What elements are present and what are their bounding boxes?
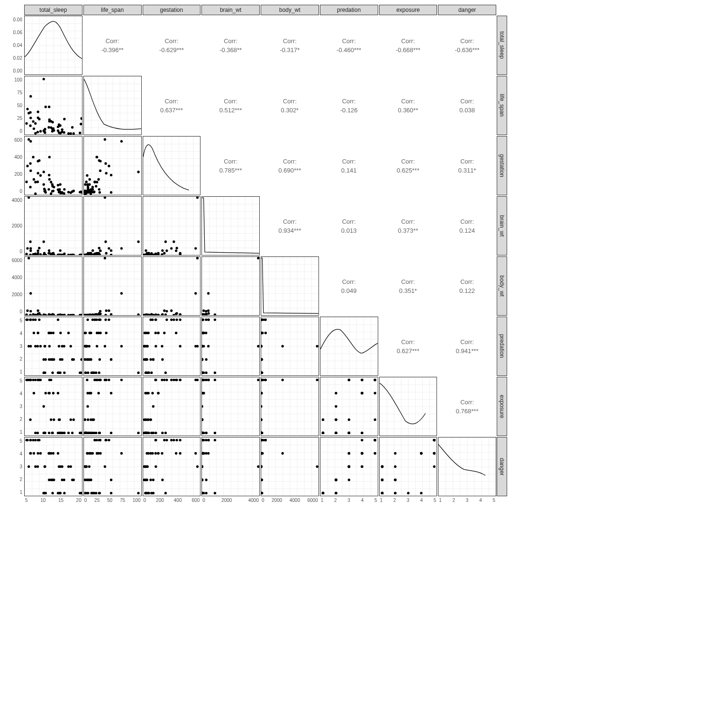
svg-point-84 (52, 190, 55, 192)
svg-point-679 (161, 345, 163, 347)
svg-point-1276 (207, 452, 209, 455)
svg-point-228 (104, 240, 107, 243)
svg-point-1249 (149, 452, 152, 455)
svg-point-889 (98, 432, 100, 434)
scatter-total_sleep-gestation (24, 136, 82, 195)
svg-point-155 (96, 156, 98, 158)
svg-point-937 (154, 379, 156, 381)
svg-point-20 (61, 128, 64, 131)
col-header-life_span: life_span (83, 5, 142, 15)
svg-point-620 (84, 372, 87, 374)
corr-body_wt-predation: Corr:0.049 (320, 256, 378, 316)
density-total_sleep (24, 16, 82, 75)
corr-label: Corr: (401, 158, 415, 165)
svg-point-1144 (52, 452, 55, 455)
svg-point-1296 (205, 492, 208, 494)
svg-point-1070 (373, 392, 376, 394)
col-header-gestation: gestation (143, 5, 201, 15)
scatter-total_sleep-life_span (24, 76, 82, 135)
svg-point-133 (98, 159, 100, 162)
svg-point-647 (165, 318, 168, 321)
svg-point-51 (33, 127, 35, 130)
svg-point-269 (194, 247, 197, 249)
col-header-exposure: exposure (379, 5, 437, 15)
svg-point-62 (48, 174, 50, 176)
svg-point-1226 (174, 452, 177, 455)
svg-point-899 (88, 392, 91, 394)
svg-point-952 (157, 392, 159, 394)
svg-point-949 (152, 432, 154, 434)
svg-point-716 (208, 318, 210, 321)
svg-point-1408 (373, 452, 376, 455)
svg-point-538 (63, 372, 65, 374)
svg-point-47 (34, 132, 36, 135)
svg-point-1426 (335, 492, 337, 494)
xaxis-brain_wt: 020004000 (201, 497, 260, 507)
svg-point-502 (214, 313, 216, 315)
corr-total_sleep-body_wt: Corr:-0.317* (261, 16, 319, 75)
col-header-total_sleep: total_sleep (24, 5, 82, 15)
svg-point-897 (96, 379, 98, 381)
svg-point-1283 (205, 439, 207, 441)
svg-point-499 (207, 309, 209, 312)
svg-point-811 (29, 379, 31, 381)
svg-point-830 (67, 432, 70, 434)
svg-point-686 (146, 358, 148, 361)
svg-point-1160 (34, 465, 36, 468)
svg-point-175 (29, 240, 31, 243)
svg-point-225 (110, 254, 112, 255)
corr-brain_wt-predation: Corr:0.013 (320, 196, 378, 255)
svg-point-1163 (73, 479, 75, 481)
svg-point-314 (179, 252, 181, 254)
svg-point-1156 (39, 452, 42, 455)
svg-point-451 (175, 312, 178, 315)
corner-br (497, 497, 507, 507)
svg-point-567 (79, 372, 81, 374)
svg-point-95 (43, 183, 45, 186)
svg-point-910 (161, 432, 164, 434)
density-exposure (379, 377, 437, 436)
svg-point-1049 (261, 405, 263, 408)
svg-point-818 (51, 432, 54, 434)
svg-point-46 (53, 129, 55, 132)
svg-point-154 (84, 183, 86, 186)
svg-point-329 (29, 310, 32, 312)
svg-point-106 (103, 138, 106, 141)
svg-point-1219 (196, 465, 198, 468)
svg-point-170 (29, 249, 32, 252)
svg-point-666 (149, 318, 152, 321)
svg-point-590 (99, 332, 101, 334)
corner-bl (5, 497, 24, 507)
svg-point-632 (96, 345, 98, 347)
svg-point-135 (93, 181, 96, 183)
svg-point-495 (202, 309, 205, 312)
svg-point-668 (179, 318, 181, 321)
svg-point-827 (32, 379, 34, 381)
corr-value: 0.049 (341, 287, 357, 294)
svg-point-713 (205, 372, 208, 374)
svg-point-71 (37, 172, 39, 174)
svg-point-96 (39, 174, 42, 177)
svg-point-111 (97, 178, 100, 181)
corr-value: 0.512*** (219, 107, 242, 114)
corr-brain_wt-body_wt: Corr:0.934*** (261, 196, 319, 255)
svg-point-1121 (63, 492, 65, 494)
corr-total_sleep-exposure: Corr:-0.668*** (379, 16, 437, 75)
svg-point-375 (120, 292, 122, 294)
svg-point-852 (120, 379, 122, 381)
row-header-total_sleep: total_sleep (497, 16, 507, 75)
svg-point-281 (173, 240, 175, 243)
svg-point-621 (90, 358, 92, 361)
svg-point-1215 (96, 452, 98, 455)
svg-point-1107 (347, 432, 350, 434)
scatter-total_sleep-brain_wt (24, 196, 82, 255)
svg-point-449 (164, 313, 166, 315)
svg-point-1092 (373, 379, 376, 381)
corr-label: Corr: (460, 98, 474, 105)
svg-point-221 (110, 249, 112, 252)
svg-point-142 (96, 181, 98, 183)
svg-point-566 (50, 332, 52, 334)
svg-point-1248 (155, 439, 157, 441)
svg-point-1111 (361, 392, 363, 394)
svg-point-894 (87, 419, 89, 421)
